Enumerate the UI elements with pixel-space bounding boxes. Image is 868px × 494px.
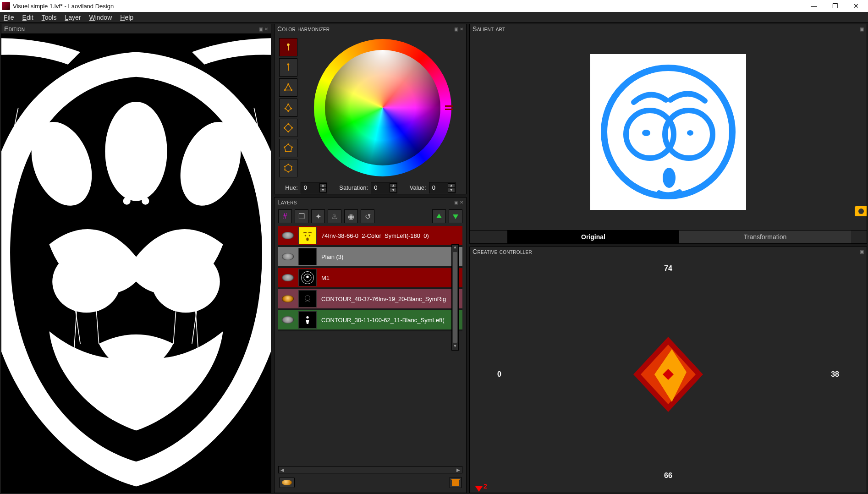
color-wheel[interactable] xyxy=(314,39,451,176)
visibility-toggle-icon[interactable] xyxy=(282,253,294,260)
harmony-mode-split[interactable] xyxy=(279,99,297,117)
edition-canvas[interactable] xyxy=(1,33,271,493)
layer-row[interactable]: CONTOUR_30-11-100-62_11-Blanc_SymLeft( xyxy=(278,310,462,331)
svg-marker-39 xyxy=(436,214,442,218)
value-spinner[interactable]: ▲▼ xyxy=(429,182,456,193)
hue-marker[interactable] xyxy=(445,105,453,110)
tab-original[interactable]: Original xyxy=(507,231,679,243)
svg-point-43 xyxy=(309,235,311,236)
layer-tool-duplicate-icon[interactable]: ❐ xyxy=(295,209,308,223)
svg-point-27 xyxy=(287,143,289,145)
layer-row[interactable]: M1 xyxy=(278,268,462,289)
panel-dock-icon[interactable]: ▣ xyxy=(860,249,864,254)
scroll-right-icon[interactable]: ▶ xyxy=(455,467,462,472)
scroll-down-icon[interactable]: ▼ xyxy=(452,344,458,350)
layer-name: M1 xyxy=(321,274,459,281)
cc-top-value: 74 xyxy=(664,264,672,273)
panel-dock-icon[interactable]: ▣ xyxy=(454,200,458,205)
cc-right-value: 38 xyxy=(831,370,839,379)
layer-row[interactable]: 74Inv-38-66-0_2-Color_SymLeft(-180_0) xyxy=(278,226,462,247)
layer-tool-sphere-icon[interactable]: ◉ xyxy=(344,209,358,223)
svg-point-47 xyxy=(306,276,308,278)
harmony-mode-list xyxy=(279,38,299,177)
titlebar: Visuel simple 1.lvf* - Laoviland Design … xyxy=(0,0,868,12)
menu-help[interactable]: Help xyxy=(120,14,133,21)
sat-up[interactable]: ▲ xyxy=(390,183,397,188)
value-input[interactable] xyxy=(429,182,448,193)
cc-bottom-value: 66 xyxy=(664,472,672,480)
harmony-mode-triadic[interactable] xyxy=(279,78,297,97)
snapshot-button[interactable] xyxy=(855,206,867,216)
layer-row[interactable]: CONTOUR_40-37-76Inv-19_20-Blanc_SymRig xyxy=(278,289,462,310)
menu-layer[interactable]: Layer xyxy=(65,14,81,21)
menu-tools[interactable]: Tools xyxy=(42,14,57,21)
tab-transformation[interactable]: Transformation xyxy=(679,231,851,243)
panel-close-icon[interactable]: ✕ xyxy=(264,27,268,32)
layer-horizontal-scrollbar[interactable]: ◀ ▶ xyxy=(278,466,462,473)
visibility-toggle-icon[interactable] xyxy=(282,274,294,281)
layer-thumbnail xyxy=(298,290,317,307)
saturation-spinner[interactable]: ▲▼ xyxy=(371,182,397,193)
visibility-toggle-icon[interactable] xyxy=(282,232,294,239)
harmony-mode-complementary[interactable] xyxy=(279,58,297,77)
minimize-button[interactable]: — xyxy=(804,0,824,12)
svg-point-25 xyxy=(284,127,286,129)
svg-point-44 xyxy=(306,238,308,241)
svg-point-34 xyxy=(291,166,292,167)
layer-tool-merge-icon[interactable]: ✦ xyxy=(311,209,325,223)
hue-spinner[interactable]: ▲▼ xyxy=(301,182,327,193)
close-button[interactable]: ✕ xyxy=(846,0,866,12)
maximize-button[interactable]: ❐ xyxy=(825,0,845,12)
panel-title-layers: Layers xyxy=(277,198,297,206)
cc-slider[interactable]: 2 xyxy=(472,488,865,491)
svg-marker-13 xyxy=(285,84,292,90)
harmony-mode-pentagon[interactable] xyxy=(279,139,297,157)
menu-window[interactable]: Window xyxy=(89,14,112,21)
panel-close-icon[interactable]: ✕ xyxy=(460,27,463,32)
layer-row[interactable]: Plain (3) xyxy=(278,247,462,268)
delete-layer-button[interactable] xyxy=(450,477,461,488)
layer-move-down-button[interactable] xyxy=(449,209,462,223)
layer-vertical-scrollbar[interactable]: ▲ ▼ xyxy=(451,244,459,351)
svg-point-38 xyxy=(284,166,286,167)
val-down[interactable]: ▼ xyxy=(448,188,455,192)
hue-down[interactable]: ▼ xyxy=(319,188,327,192)
panel-dock-icon[interactable]: ▣ xyxy=(454,27,458,32)
panel-close-icon[interactable]: ✕ xyxy=(460,200,463,205)
svg-point-36 xyxy=(288,171,289,173)
panel-title-salient: Salient art xyxy=(472,25,505,33)
saturation-label: Saturation: xyxy=(339,184,368,191)
svg-marker-40 xyxy=(453,214,458,219)
visibility-toggle-icon[interactable] xyxy=(282,316,294,324)
harmony-mode-single[interactable] xyxy=(279,38,297,56)
layer-tool-effect-icon[interactable]: ♨ xyxy=(328,209,341,223)
svg-point-1 xyxy=(105,102,167,201)
layer-name: 74Inv-38-66-0_2-Color_SymLeft(-180_0) xyxy=(321,232,459,239)
sat-down[interactable]: ▼ xyxy=(390,188,397,192)
visibility-toggle-icon[interactable] xyxy=(282,295,294,302)
panel-dock-icon[interactable]: ▣ xyxy=(860,27,864,32)
creative-diamond[interactable] xyxy=(622,329,714,420)
hue-label: Hue: xyxy=(285,184,297,191)
saturation-input[interactable] xyxy=(371,182,390,193)
svg-point-33 xyxy=(288,164,289,165)
hue-up[interactable]: ▲ xyxy=(319,183,327,188)
layer-tool-grid-icon[interactable]: # xyxy=(278,209,292,223)
harmony-mode-square[interactable] xyxy=(279,119,297,137)
panel-title-edition: Edition xyxy=(4,25,25,33)
cc-slider-knob[interactable] xyxy=(475,486,483,492)
scroll-up-icon[interactable]: ▲ xyxy=(452,245,458,251)
panel-dock-icon[interactable]: ▣ xyxy=(259,27,263,32)
layer-thumbnail xyxy=(298,269,317,286)
val-up[interactable]: ▲ xyxy=(448,183,455,188)
svg-point-5 xyxy=(142,197,149,204)
layer-tool-rotate-icon[interactable]: ↺ xyxy=(361,209,374,223)
layer-move-up-button[interactable] xyxy=(432,209,446,223)
add-layer-button[interactable] xyxy=(279,477,295,488)
harmony-mode-hexagon[interactable] xyxy=(279,159,297,177)
menu-file[interactable]: File xyxy=(4,14,14,21)
scroll-left-icon[interactable]: ◀ xyxy=(279,467,286,472)
hue-input[interactable] xyxy=(301,182,319,193)
svg-point-28 xyxy=(291,147,293,148)
menu-edit[interactable]: Edit xyxy=(22,14,33,21)
